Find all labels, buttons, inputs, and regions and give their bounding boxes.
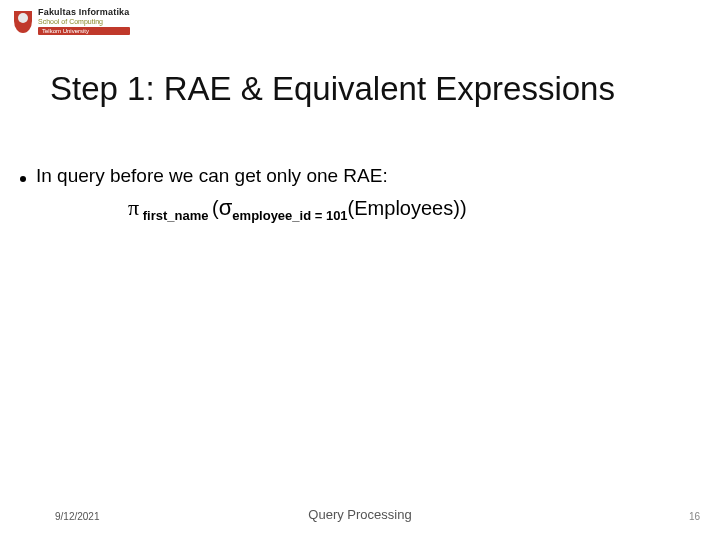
bullet-text: In query before we can get only one RAE:: [36, 165, 388, 187]
open-paren: (: [212, 197, 219, 219]
sigma-symbol: σ: [219, 195, 233, 220]
close-parens: )): [453, 197, 466, 219]
sigma-subscript: employee_id = 101: [232, 208, 347, 223]
footer-page-number: 16: [689, 511, 700, 522]
logo-line-2: School of Computing: [38, 18, 130, 25]
relation-name: Employees: [354, 197, 453, 219]
logo-text-block: Fakultas Informatika School of Computing…: [38, 8, 130, 35]
logo-line-1: Fakultas Informatika: [38, 8, 130, 17]
bullet-dot-icon: [20, 176, 26, 182]
slide-title: Step 1: RAE & Equivalent Expressions: [50, 70, 615, 108]
footer-topic: Query Processing: [0, 507, 720, 522]
logo-shield-icon: [14, 11, 32, 33]
logo-line-3: Telkom University: [38, 27, 130, 35]
institution-logo: Fakultas Informatika School of Computing…: [14, 8, 130, 35]
pi-symbol: π: [128, 195, 139, 220]
bullet-item: In query before we can get only one RAE:: [20, 165, 690, 187]
relational-expression: π first_name (σemployee_id = 101(Employe…: [128, 195, 690, 223]
slide-body: In query before we can get only one RAE:…: [20, 165, 690, 223]
pi-subscript: first_name: [139, 208, 212, 223]
